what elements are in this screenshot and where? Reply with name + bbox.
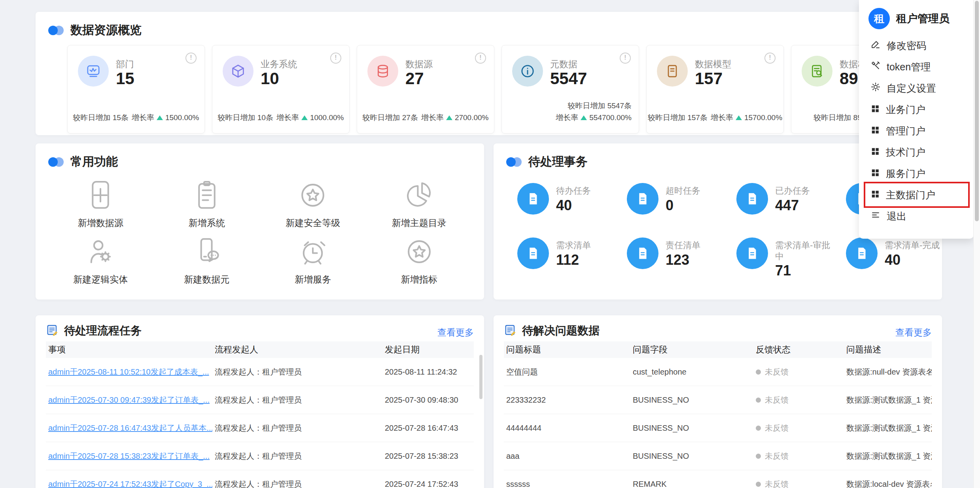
info-tooltip-icon[interactable]: !	[764, 53, 776, 64]
document-badge-icon	[517, 183, 549, 215]
todo-header: 待处理事务	[506, 154, 588, 170]
up-triangle-icon	[736, 115, 742, 120]
problems-header: 待解决问题数据	[504, 323, 600, 338]
table-row: ssssss REMARK 未反馈 数据源:local-dev 资源表名:a..…	[504, 470, 932, 488]
avatar: 租	[868, 8, 890, 29]
growth-line: 较昨日增加 27条 增长率2700.00%	[359, 113, 492, 123]
todo-item-demand-list-reviewing[interactable]: 需求清单-审批中71	[736, 237, 842, 279]
document-badge-icon	[736, 183, 768, 215]
quick-action-new-logic-entity[interactable]: 新建逻辑实体	[47, 235, 154, 286]
todo-item-done-tasks[interactable]: 已办任务447	[736, 183, 842, 215]
menu-item-change-password[interactable]: 修改密码	[859, 35, 974, 56]
status-dot-icon	[756, 454, 761, 459]
todo-item-demand-list-done[interactable]: 需求清单-完成40	[846, 237, 952, 269]
info-tooltip-icon[interactable]: !	[330, 53, 341, 64]
process-item-link[interactable]: admin于2025-07-28 16:47:43发起了人员基本...	[48, 424, 212, 432]
menu-item-logout[interactable]: 退出	[859, 205, 974, 227]
scrollbar-thumb[interactable]	[975, 1, 979, 221]
stat-card-row: 部门 15 ! 较昨日增加 15条 增长率1500.00% 业务系统 10 ! …	[67, 45, 929, 134]
stat-value: 27	[405, 69, 424, 88]
stat-label: 部门	[116, 58, 134, 70]
todo-item-demand-list[interactable]: 需求清单112	[517, 237, 623, 269]
table-title: 待处理流程任务	[64, 323, 142, 338]
tools-icon	[871, 61, 880, 73]
status-dot-icon	[756, 398, 761, 403]
section-toggle-icon	[506, 157, 522, 167]
grid-icon	[871, 147, 880, 158]
quick-actions-section: 常用功能 新增数据源 新增系统 新建安全等级 新增主题目录 新建逻辑实体	[36, 143, 484, 300]
database-icon	[367, 56, 398, 87]
section-toggle-icon	[48, 25, 64, 36]
status-badge: 未反馈	[753, 451, 844, 462]
process-item-link[interactable]: admin于2025-07-30 09:47:39发起了订单表_...	[48, 396, 210, 404]
status-dot-icon	[756, 482, 761, 487]
section-toggle-icon	[48, 157, 64, 167]
overview-header: 数据资源概览	[48, 22, 142, 38]
quick-action-new-data-element[interactable]: 新建数据元	[154, 235, 260, 286]
section-title: 待处理事务	[528, 154, 588, 170]
menu-item-management-portal[interactable]: 管理门户	[859, 120, 974, 141]
phone-chat-icon	[190, 235, 224, 270]
quick-action-add-indicator[interactable]: 新增指标	[366, 235, 473, 286]
document-badge-icon	[736, 237, 768, 269]
stat-label: 数据源	[405, 58, 433, 70]
menu-item-custom-settings[interactable]: 自定义设置	[859, 77, 974, 99]
stat-label: 数据模型	[695, 58, 731, 70]
process-more-link[interactable]: 查看更多	[437, 326, 474, 339]
status-badge: 未反馈	[753, 423, 844, 433]
table-header-row: 事项流程发起人发起日期	[46, 341, 474, 358]
quick-action-add-topic-catalog[interactable]: 新增主题目录	[366, 178, 473, 229]
document-badge-icon	[627, 183, 658, 215]
table-row: admin于2025-07-24 17:52:43发起了Copy_3_... 流…	[46, 470, 474, 488]
quick-action-add-system[interactable]: 新增系统	[154, 178, 260, 229]
todo-item-duty-list[interactable]: 责任清单123	[627, 237, 733, 269]
person-gear-icon	[83, 235, 117, 270]
quick-action-add-datasource[interactable]: 新增数据源	[47, 178, 154, 229]
process-item-link[interactable]: admin于2025-08-11 10:52:10发起了成本表_...	[48, 367, 209, 376]
status-badge: 未反馈	[753, 479, 844, 488]
table-row: admin于2025-08-11 10:52:10发起了成本表_... 流程发起…	[46, 358, 474, 386]
quick-action-new-security-level[interactable]: 新建安全等级	[260, 178, 366, 229]
growth-line: 较昨日增加 15条 增长率1500.00%	[69, 113, 203, 123]
logout-icon	[871, 210, 880, 222]
table-scrollbar[interactable]	[479, 355, 482, 399]
problems-more-link[interactable]: 查看更多	[895, 326, 932, 339]
status-dot-icon	[756, 426, 761, 431]
menu-item-token-management[interactable]: token管理	[859, 56, 974, 77]
menu-item-service-portal[interactable]: 服务门户	[859, 163, 974, 184]
up-triangle-icon	[157, 115, 163, 120]
grid-icon	[871, 104, 880, 115]
table-row: 223332232 BUSINESS_NO 未反馈 数据源:测试数据源_1 资源…	[504, 386, 932, 414]
info-tooltip-icon[interactable]: !	[475, 53, 486, 64]
growth-line: 较昨日增加 10条 增长率1000.00%	[214, 113, 348, 123]
todo-item-pending-tasks[interactable]: 待办任务40	[517, 183, 623, 215]
stat-card-data-model: 数据模型 157 ! 较昨日增加 157条 增长率15700.00%	[646, 45, 784, 134]
quick-header: 常用功能	[48, 154, 118, 170]
table-row: 44444444 BUSINESS_NO 未反馈 数据源:测试数据源_1 资源表…	[504, 414, 932, 442]
process-item-link[interactable]: admin于2025-07-24 17:52:43发起了Copy_3_...	[48, 480, 212, 488]
process-header: 待处理流程任务	[46, 323, 142, 338]
page-scrollbar[interactable]	[973, 0, 980, 488]
star-circle-icon	[402, 235, 436, 270]
section-title: 常用功能	[70, 154, 118, 170]
table-row: admin于2025-07-28 16:47:43发起了人员基本... 流程发起…	[46, 414, 474, 442]
problem-data-section: 待解决问题数据 查看更多 问题标题问题字段反馈状态问题描述 空值问题 cust_…	[494, 315, 942, 488]
menu-item-master-data-portal[interactable]: 主数据门户	[859, 184, 974, 205]
info-tooltip-icon[interactable]: !	[185, 53, 197, 64]
grid-icon	[871, 125, 880, 137]
document-badge-icon	[517, 237, 549, 269]
user-name: 租户管理员	[896, 11, 950, 26]
todo-item-overtime-tasks[interactable]: 超时任务0	[627, 183, 733, 215]
menu-item-business-portal[interactable]: 业务门户	[859, 99, 974, 120]
menu-item-technical-portal[interactable]: 技术门户	[859, 141, 974, 163]
stat-card-department: 部门 15 ! 较昨日增加 15条 增长率1500.00%	[67, 45, 205, 134]
info-tooltip-icon[interactable]: !	[620, 53, 631, 64]
problems-table: 问题标题问题字段反馈状态问题描述 空值问题 cust_telephone 未反馈…	[504, 341, 932, 488]
stat-value: 157	[695, 69, 723, 88]
notebook-pencil-icon	[46, 324, 59, 338]
gear-icon	[871, 82, 880, 94]
process-item-link[interactable]: admin于2025-07-28 15:38:23发起了订单表_...	[48, 452, 210, 460]
clipboard-icon	[190, 178, 224, 214]
quick-action-add-service[interactable]: 新增服务	[260, 235, 366, 286]
grid-icon	[871, 168, 880, 179]
